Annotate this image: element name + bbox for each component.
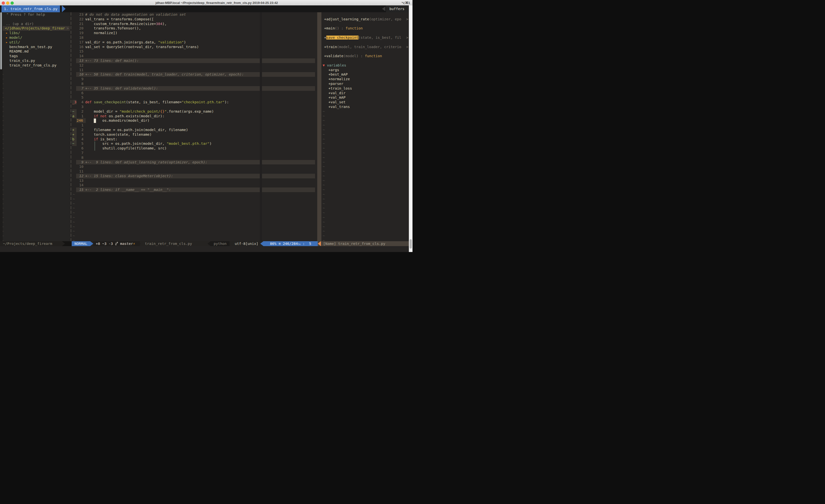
empty-line: ~: [316, 183, 409, 187]
code-fold-line[interactable]: 13+-- 73 lines: def main():: [72, 59, 316, 63]
tagbar-entry[interactable]: +parser: [316, 81, 409, 86]
code-token: val_dir = os.path.join(args.data,: [85, 40, 158, 44]
code-line[interactable]: ~5 src = os.path.join(model_dir, "model_…: [72, 141, 316, 146]
code-line[interactable]: 22val_trans = transforms.Compose([: [72, 17, 316, 22]
statusline-filetype: python: [211, 241, 230, 246]
code-line[interactable]: 3: [72, 104, 316, 109]
tilde-marker: ~: [316, 165, 325, 169]
code-line[interactable]: 8: [72, 155, 316, 160]
line-number: 5: [77, 95, 83, 100]
tree-item[interactable]: " Press ? for help: [0, 12, 70, 17]
code-line[interactable]: 23# do not do data augmentation on valid…: [72, 12, 316, 17]
code-token: ):: [224, 100, 229, 104]
nerdtree-scrollbar-track[interactable]: [0, 12, 3, 241]
tilde-marker: ~: [316, 137, 325, 141]
code-fold-line[interactable]: 9+-- 9 lines: def adjust_learning_rate(o…: [72, 160, 316, 165]
tree-item[interactable]: </jdhao/Projects/deep_firear>: [0, 26, 70, 31]
code-line[interactable]: b4 if is_best:: [72, 137, 316, 142]
code-line[interactable]: 13: [72, 178, 316, 183]
tagbar-entry[interactable]: +val_trans: [316, 104, 409, 109]
buffers-label[interactable]: buffers: [386, 5, 409, 12]
code-line[interactable]: ~2 model_dir = "model/check_point/{}".fo…: [72, 109, 316, 114]
empty-line: ~: [0, 86, 70, 91]
tagbar-entry[interactable]: +normalize: [316, 77, 409, 81]
line-number: 4: [77, 100, 83, 104]
tagbar-entry[interactable]: +train_loss: [316, 86, 409, 91]
tab-active[interactable]: 1. train_retr_from_cls.py: [1, 5, 60, 12]
tagbar-entry[interactable]: +val_dir: [316, 91, 409, 95]
right-scrollbar-track[interactable]: [409, 5, 412, 252]
tilde-marker: ~: [316, 118, 325, 122]
tagbar-entry[interactable]: +adjust_learning_rate(optimizer, epo>: [316, 17, 409, 22]
code-line[interactable]: 14: [72, 54, 316, 59]
code-line[interactable]: 11: [72, 169, 316, 174]
empty-line: ~: [316, 137, 409, 142]
tilde-marker: ~: [316, 197, 325, 201]
tag-token: +parser: [324, 82, 344, 86]
column-number: 5: [309, 242, 311, 246]
tree-item[interactable]: ▸util/: [0, 40, 70, 45]
tree-item[interactable]: train_retr_from_cls.py: [0, 63, 70, 68]
code-line[interactable]: 17val_dir = os.path.join(args.data, "val…: [72, 40, 316, 45]
code-line[interactable]: 16val_set = QuerySet(root=val_dir, trans…: [72, 45, 316, 49]
code-line[interactable]: 1: [72, 123, 316, 128]
code-line[interactable]: 14: [72, 183, 316, 187]
code-token: {}: [160, 109, 164, 113]
code-text: val_dir = os.path.join(args.data, "valid…: [85, 40, 186, 45]
tagbar-entry[interactable]: +val_set: [316, 100, 409, 104]
tagbar-entry[interactable]: +val_mAP: [316, 95, 409, 100]
code-editor[interactable]: 23# do not do data augmentation on valid…: [72, 12, 316, 241]
code-line[interactable]: a1 if not os.path.exists(model_dir):: [72, 114, 316, 118]
right-scrollbar-thumb[interactable]: [409, 239, 412, 249]
code-token: torch.save(state, filename): [85, 133, 152, 137]
tagbar-entry[interactable]: +train(model, train_loader, criterio>: [316, 45, 409, 49]
tagbar-entry[interactable]: +args: [316, 68, 409, 72]
code-line[interactable]: 10: [72, 164, 316, 169]
code-line[interactable]: 5: [72, 95, 316, 100]
code-line[interactable]: 11: [72, 68, 316, 72]
code-fold-line[interactable]: 15+-- 2 lines: if __name__ == "__main__"…: [72, 187, 316, 192]
code-line[interactable]: +2 filename = os.path.join(model_dir, fi…: [72, 128, 316, 132]
code-line[interactable]: 8: [72, 81, 316, 86]
code-line[interactable]: +3 torch.save(state, filename): [72, 132, 316, 137]
tree-item[interactable]: ▸libs/: [0, 31, 70, 35]
code-text: src = os.path.join(model_dir, "model_bes…: [85, 141, 212, 146]
tree-item[interactable]: .. (up a dir): [0, 22, 70, 26]
tagbar-kind-header[interactable]: ▼ variables: [316, 63, 409, 68]
empty-line: ~: [72, 192, 316, 197]
code-line[interactable]: 15: [72, 49, 316, 54]
tagbar-entry: [316, 31, 409, 35]
code-fold-line[interactable]: 7+-- 35 lines: def validate(model):: [72, 86, 316, 91]
window-separator-left[interactable]: [71, 12, 71, 241]
code-line[interactable]: 19 normalize]): [72, 31, 316, 35]
code-fold-line[interactable]: 10+-- 50 lines: def train(model, train_l…: [72, 72, 316, 77]
code-line[interactable]: 6: [72, 91, 316, 95]
empty-line: ~: [0, 238, 70, 241]
tree-item[interactable]: benchmark_on_test.py: [0, 45, 70, 49]
code-line[interactable]: 21 custom_transform.Resize(size=384),: [72, 22, 316, 26]
tree-item[interactable]: train_cls.py: [0, 59, 70, 63]
code-line[interactable]: 7: [72, 151, 316, 155]
code-line[interactable]: 18: [72, 35, 316, 40]
tree-item[interactable]: README.md: [0, 49, 70, 54]
code-line[interactable]: 9: [72, 77, 316, 81]
nerdtree-scrollbar-thumb[interactable]: [0, 12, 2, 69]
tree-item[interactable]: [0, 17, 70, 22]
tilde-marker: ~: [316, 146, 325, 150]
code-line[interactable]: 20 transforms.ToTensor(),: [72, 26, 316, 31]
code-fold-line[interactable]: 12+-- 15 lines: class AverageMeter(objec…: [72, 174, 316, 178]
powerline-arrow-icon: [260, 241, 264, 246]
code-line[interactable]: 6 shutil.copyfile(filename, src): [72, 146, 316, 151]
tagbar-entry[interactable]: +main() : function: [316, 26, 409, 31]
code-line[interactable]: 246 os.makedirs(model_dir): [72, 118, 316, 123]
tagbar-entry[interactable]: +save_checkpoint(state, is_best, fil>: [316, 35, 409, 40]
tree-item[interactable]: tags: [0, 54, 70, 59]
tagbar-entry[interactable]: +validate(model) : function: [316, 54, 409, 59]
code-token: is_best:: [98, 137, 118, 141]
tree-item[interactable]: [0, 68, 70, 72]
tree-item[interactable]: ▸model/: [0, 35, 70, 40]
code-line[interactable]: _34def save_checkpoint(state, is_best, f…: [72, 100, 316, 104]
tag-token: (state, is_best, fil: [359, 35, 401, 39]
code-line[interactable]: 12: [72, 63, 316, 68]
tagbar-entry[interactable]: +best_mAP: [316, 72, 409, 77]
